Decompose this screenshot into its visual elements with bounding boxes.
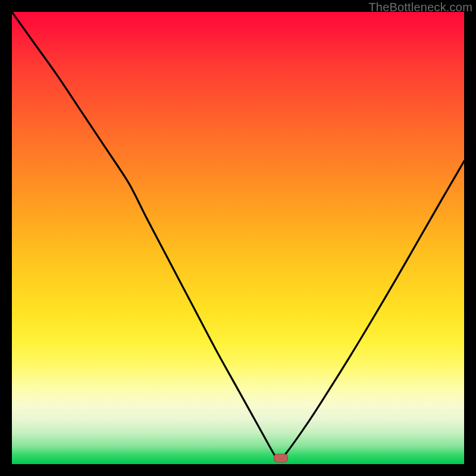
curve-path — [12, 12, 464, 461]
optimal-point-marker — [274, 454, 288, 463]
bottleneck-curve — [12, 12, 464, 464]
plot-area — [12, 12, 464, 464]
chart-frame: TheBottleneck.com — [0, 0, 476, 476]
